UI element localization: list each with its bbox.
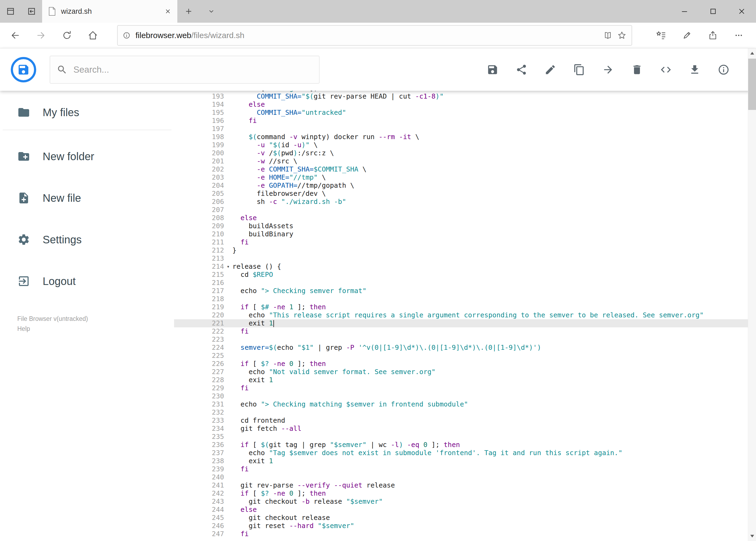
code-line[interactable]: 237 echo "Tag $semver does not exist in …	[174, 449, 756, 457]
back-button[interactable]	[2, 25, 28, 46]
code-line[interactable]: 205 filebrowser/dev \	[174, 190, 756, 198]
tab-close-button[interactable]	[164, 8, 171, 15]
minimize-button[interactable]	[670, 0, 699, 23]
code-line[interactable]: 200 -v /$(pwd):/src:z \	[174, 149, 756, 157]
download-button[interactable]	[687, 62, 702, 77]
code-line[interactable]: 201 -w //src \	[174, 157, 756, 165]
browser-tab[interactable]: wizard.sh	[42, 0, 177, 23]
sidebar-item-new-file[interactable]: New file	[0, 177, 174, 219]
search-box[interactable]	[50, 56, 320, 84]
code-line[interactable]: 210 buildBinary	[174, 230, 756, 238]
code-line[interactable]: 244 else	[174, 506, 756, 514]
code-line[interactable]: 225	[174, 352, 756, 360]
save-button[interactable]	[485, 62, 500, 77]
code-line[interactable]: 222 fi	[174, 327, 756, 335]
code-line[interactable]: 216	[174, 279, 756, 287]
code-line[interactable]: 227 echo "Not valid semver format. See s…	[174, 368, 756, 376]
code-line[interactable]: 239 fi	[174, 465, 756, 473]
code-line[interactable]: 245 git checkout release	[174, 514, 756, 522]
new-tab-button[interactable]	[177, 0, 200, 23]
code-line[interactable]: 220 echo "This release script requires a…	[174, 311, 756, 319]
more-options-button[interactable]	[726, 25, 752, 46]
delete-button[interactable]	[630, 62, 644, 77]
code-line[interactable]: 196 fi	[174, 117, 756, 125]
code-line[interactable]: 228 exit 1	[174, 376, 756, 384]
web-note-button[interactable]	[674, 25, 700, 46]
code-line[interactable]: 246 git reset --hard "$semver"	[174, 522, 756, 530]
scroll-up-button[interactable]	[748, 48, 756, 58]
tab-preview-toggle-button[interactable]	[200, 0, 223, 23]
code-line[interactable]: 241 git rev-parse --verify --quiet relea…	[174, 481, 756, 489]
sidebar-item-new-folder[interactable]: New folder	[0, 136, 174, 177]
code-line[interactable]: 208 else	[174, 214, 756, 222]
code-line[interactable]: 238 exit 1	[174, 457, 756, 465]
code-line[interactable]: 212}	[174, 246, 756, 255]
code-line[interactable]: 236 if [ $(git tag | grep "$semver" | wc…	[174, 441, 756, 449]
code-line[interactable]: 235	[174, 433, 756, 441]
code-line[interactable]: 230	[174, 392, 756, 400]
code-line[interactable]: 214▾release () {	[174, 263, 756, 270]
code-line[interactable]: 226 if [ $? -ne 0 ]; then	[174, 360, 756, 368]
code-line[interactable]: 217 echo "> Checking semver format"	[174, 287, 756, 295]
fold-arrow-icon[interactable]: ▾	[224, 263, 232, 270]
site-info-icon[interactable]	[122, 31, 131, 40]
copy-button[interactable]	[572, 62, 587, 77]
code-line[interactable]: 211 fi	[174, 238, 756, 246]
search-input[interactable]	[74, 65, 313, 75]
rename-button[interactable]	[543, 62, 558, 77]
page-scrollbar[interactable]	[748, 48, 756, 541]
move-button[interactable]	[601, 62, 616, 77]
code-line[interactable]: 243 git checkout -b release "$semver"	[174, 497, 756, 506]
scrollbar-thumb[interactable]	[748, 59, 756, 110]
code-line[interactable]: 232	[174, 408, 756, 416]
code-line[interactable]: 218	[174, 295, 756, 303]
sidebar-item-logout[interactable]: Logout	[0, 261, 174, 302]
code-editor[interactable]: 192 if [ -d ".git" ]; then193 COMMIT_SHA…	[174, 91, 756, 541]
code-line[interactable]: 234 git fetch --all	[174, 425, 756, 433]
code-line[interactable]: 193 COMMIT_SHA="$(git rev-parse HEAD | c…	[174, 92, 756, 101]
code-line[interactable]: 233 cd frontend	[174, 416, 756, 425]
code-line[interactable]: 194 else	[174, 101, 756, 109]
code-line[interactable]: 247 fi	[174, 530, 756, 538]
scroll-down-button[interactable]	[748, 531, 756, 541]
code-line[interactable]: 203 -e HOME="//tmp" \	[174, 174, 756, 182]
help-link[interactable]: Help	[17, 324, 174, 334]
code-line[interactable]: 223	[174, 335, 756, 343]
sidebar-item-settings[interactable]: Settings	[0, 219, 174, 261]
maximize-button[interactable]	[699, 0, 727, 23]
code-line[interactable]: 242 if [ $? -ne 0 ]; then	[174, 489, 756, 497]
forward-button[interactable]	[28, 25, 54, 46]
sidebar-item-my-files[interactable]: My files	[0, 95, 174, 130]
info-button[interactable]	[716, 62, 731, 77]
set-tabs-aside-button[interactable]	[21, 0, 42, 23]
code-line[interactable]: 198 $(command -v winpty) docker run --rm…	[174, 133, 756, 141]
reading-view-button[interactable]	[603, 31, 613, 40]
code-line[interactable]: 206 sh -c "./wizard.sh -b"	[174, 198, 756, 206]
code-line[interactable]: 202 -e COMMIT_SHA=$COMMIT_SHA \	[174, 165, 756, 174]
code-line[interactable]: 207	[174, 206, 756, 214]
reload-button[interactable]	[54, 25, 80, 46]
code-line[interactable]: 197	[174, 125, 756, 133]
filebrowser-logo[interactable]	[11, 57, 36, 82]
favorite-star-button[interactable]	[617, 31, 627, 40]
share-page-button[interactable]	[700, 25, 726, 46]
code-line[interactable]: 240	[174, 473, 756, 481]
code-line[interactable]: 219 if [ $# -ne 1 ]; then	[174, 303, 756, 311]
code-line[interactable]: 221 exit 1	[174, 319, 756, 327]
address-url-field[interactable]: filebrowser.web/files/wizard.sh	[117, 25, 632, 46]
code-line[interactable]: 224 semver=$(echo "$1" | grep -P '^v(0|[…	[174, 343, 756, 352]
code-line[interactable]: 229 fi	[174, 384, 756, 392]
code-line[interactable]: 231 echo "> Checking matching $semver in…	[174, 400, 756, 408]
share-button[interactable]	[514, 62, 529, 77]
close-window-button[interactable]	[727, 0, 756, 23]
code-line[interactable]: 195 COMMIT_SHA="untracked"	[174, 109, 756, 117]
code-line[interactable]: 199 -u "$(id -u)" \	[174, 141, 756, 149]
code-line[interactable]: 209 buildAssets	[174, 222, 756, 230]
code-view-button[interactable]	[658, 62, 673, 77]
tabs-set-aside-button[interactable]	[0, 0, 21, 23]
code-line[interactable]: 215 cd $REPO	[174, 270, 756, 279]
code-line[interactable]: 204 -e GOPATH=//tmp/gopath \	[174, 182, 756, 190]
hub-favorites-button[interactable]	[648, 25, 674, 46]
home-button[interactable]	[80, 25, 106, 46]
code-line[interactable]: 213	[174, 255, 756, 263]
